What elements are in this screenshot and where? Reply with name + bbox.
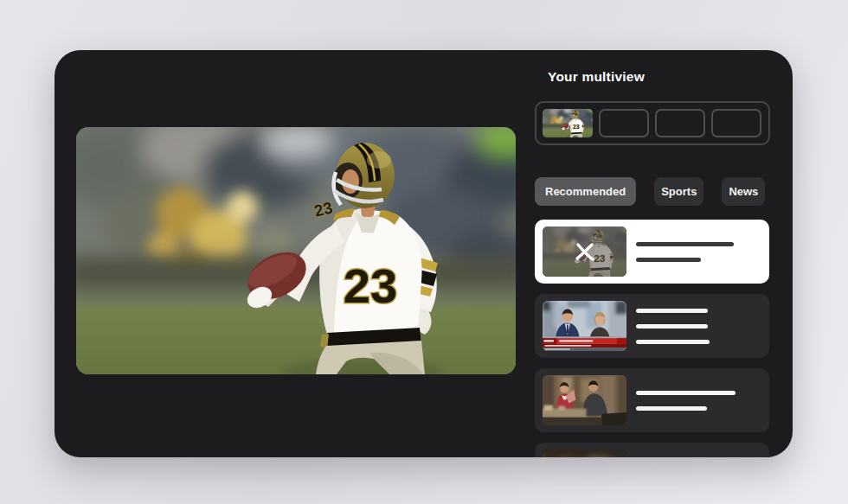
skeleton-text-lines (636, 220, 761, 284)
skeleton-line (636, 391, 736, 395)
multiview-slot-4[interactable] (711, 109, 761, 137)
chip-news[interactable]: News (722, 177, 765, 206)
recommendation-card[interactable] (535, 294, 769, 358)
filter-chips: Recommended Sports News (535, 177, 765, 206)
multiview-slot-3[interactable] (655, 109, 705, 137)
recommendation-card[interactable] (535, 443, 769, 457)
multiview-slot-2[interactable] (599, 109, 649, 137)
video-thumbnail (543, 226, 626, 277)
slot-thumbnail (543, 109, 593, 137)
chip-sports[interactable]: Sports (654, 177, 703, 206)
skeleton-line (636, 309, 708, 313)
skeleton-line (636, 406, 707, 411)
thumbnail-art (543, 301, 626, 351)
skeleton-text-lines (636, 443, 761, 457)
video-thumbnail (543, 375, 626, 425)
skeleton-line (636, 340, 710, 344)
video-thumbnail (543, 301, 626, 351)
skeleton-text-lines (636, 368, 761, 432)
multiview-slot-1[interactable] (543, 109, 593, 137)
main-video-player[interactable] (76, 127, 516, 374)
chip-recommended[interactable]: Recommended (535, 177, 636, 206)
skeleton-line (636, 258, 701, 262)
video-thumbnail (543, 450, 626, 457)
thumbnail-art (543, 375, 626, 425)
close-icon[interactable] (574, 241, 596, 262)
football-game-video (76, 127, 516, 374)
recommendation-card[interactable] (535, 220, 769, 284)
thumbnail-art (543, 450, 626, 457)
skeleton-line (636, 242, 734, 246)
recommendation-card[interactable] (535, 368, 769, 432)
tv-screen: Your multiview Recommended Sports News (55, 50, 793, 457)
multiview-title: Your multiview (548, 69, 645, 85)
recommendation-list (535, 220, 769, 457)
multiview-tray (535, 101, 770, 145)
skeleton-line (636, 324, 708, 329)
skeleton-text-lines (636, 294, 761, 358)
